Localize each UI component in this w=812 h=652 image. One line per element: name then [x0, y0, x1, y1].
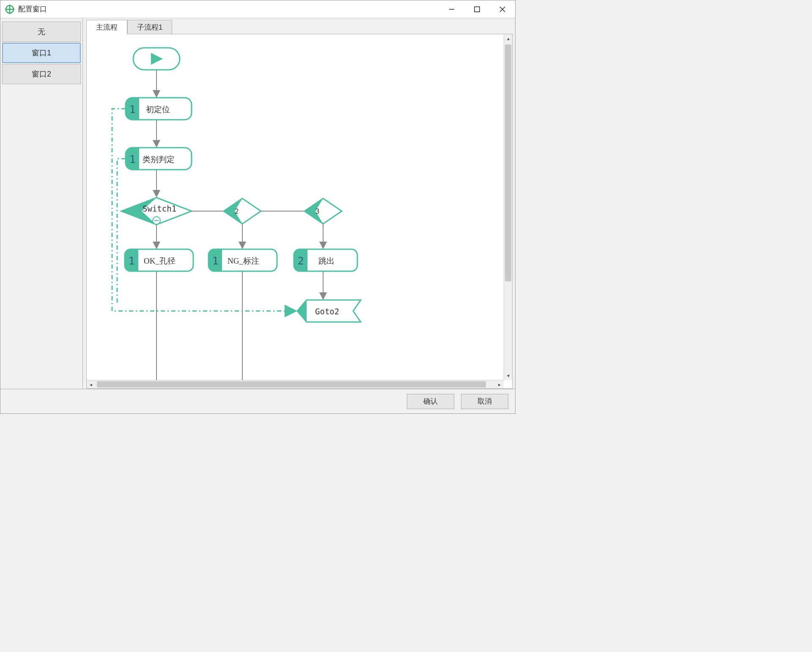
scroll-right-icon[interactable]: ▸ [495, 380, 504, 388]
sidebar-item-none[interactable]: 无 [2, 22, 81, 42]
window-title: 配置窗口 [18, 4, 47, 14]
flow-canvas[interactable]: 1 初定位 1 类别判定 Switch1 [86, 34, 513, 389]
tab-label: 子流程1 [137, 22, 162, 32]
node-label: NG_标注 [228, 256, 259, 265]
node-category-judge[interactable]: 1 类别判定 [126, 148, 192, 170]
branch-diamond-3[interactable]: 3 [304, 198, 342, 224]
node-label: 初定位 [146, 105, 170, 114]
button-label: 取消 [477, 396, 492, 406]
vscroll-thumb[interactable] [505, 44, 511, 281]
goto-node[interactable]: Goto2 [297, 300, 361, 322]
flowchart: 1 初定位 1 类别判定 Switch1 [87, 34, 493, 381]
node-initial-position[interactable]: 1 初定位 [126, 98, 192, 120]
node-num: 1 [212, 255, 218, 267]
minimize-button[interactable] [439, 0, 464, 18]
node-label: 跳出 [318, 256, 335, 265]
sidebar-item-window2[interactable]: 窗口2 [2, 64, 81, 84]
switch-node[interactable]: Switch1 [121, 198, 192, 225]
scroll-left-icon[interactable]: ◂ [87, 380, 95, 388]
vertical-scrollbar[interactable]: ▴ ▾ [504, 34, 512, 380]
node-label: 类别判定 [143, 154, 175, 164]
node-num: 2 [298, 255, 304, 267]
node-num: 1 [129, 104, 135, 116]
scroll-up-icon[interactable]: ▴ [504, 34, 512, 43]
sidebar-item-label: 窗口1 [32, 48, 51, 58]
tabs: 主流程 子流程1 [86, 20, 513, 34]
node-num: 1 [129, 154, 135, 165]
window-controls [439, 0, 515, 18]
branch-num: 2 [235, 207, 239, 215]
tab-sub-flow-1[interactable]: 子流程1 [127, 20, 172, 34]
sidebar-item-window1[interactable]: 窗口1 [2, 43, 81, 63]
tab-label: 主流程 [96, 22, 118, 32]
hscroll-thumb[interactable] [97, 381, 486, 388]
node-label: OK_孔径 [144, 256, 176, 265]
sidebar-item-label: 无 [38, 27, 45, 37]
sidebar-item-label: 窗口2 [32, 69, 51, 79]
node-num: 1 [129, 255, 134, 267]
main-area: 主流程 子流程1 [83, 18, 515, 389]
cancel-button[interactable]: 取消 [461, 394, 508, 409]
ok-button[interactable]: 确认 [407, 394, 454, 409]
footer: 确认 取消 [0, 389, 515, 413]
switch-label: Switch1 [143, 204, 176, 213]
node-jump-out[interactable]: 2 跳出 [294, 249, 357, 271]
svg-rect-4 [475, 7, 480, 12]
branch-num: 3 [315, 207, 320, 215]
goto-label: Goto2 [315, 307, 339, 316]
close-button[interactable] [490, 0, 515, 18]
branch-diamond-2[interactable]: 2 [224, 198, 261, 224]
horizontal-scrollbar[interactable]: ◂ ▸ [87, 380, 504, 388]
titlebar: 配置窗口 [0, 0, 515, 18]
start-node[interactable] [133, 48, 180, 70]
node-ok-aperture[interactable]: 1 OK_孔径 [125, 249, 193, 271]
scroll-down-icon[interactable]: ▾ [504, 371, 512, 380]
maximize-button[interactable] [464, 0, 490, 18]
target-icon [5, 4, 15, 14]
node-ng-annotation[interactable]: 1 NG_标注 [208, 249, 277, 271]
svg-marker-33 [297, 300, 307, 322]
sidebar: 无 窗口1 窗口2 [0, 18, 83, 389]
content: 无 窗口1 窗口2 主流程 子流程1 [0, 18, 515, 389]
tab-main-flow[interactable]: 主流程 [86, 20, 127, 34]
button-label: 确认 [423, 396, 438, 406]
